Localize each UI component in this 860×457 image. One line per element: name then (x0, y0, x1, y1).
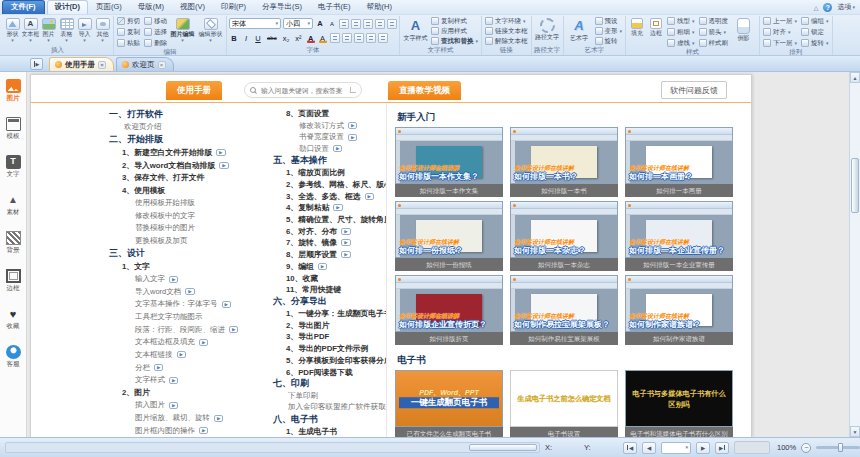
document-tab[interactable]: 欢迎页 × (116, 57, 174, 71)
ribbon-tab[interactable]: 帮助(H) (359, 0, 400, 14)
toc-entry[interactable]: 一、打开软件 (109, 108, 273, 121)
ribbon-button[interactable]: 移动 (143, 16, 168, 26)
line-spacing-icon[interactable] (342, 33, 352, 43)
zoom-out-button[interactable]: − (801, 443, 811, 453)
toc-entry[interactable]: 4、导出的PDF文件示例 (273, 343, 387, 355)
video-card[interactable]: 金印客设计师在线讲解 如何排版一本书？ 如何排版一本书 (510, 127, 618, 197)
scrollbar-track[interactable] (850, 83, 860, 426)
ribbon-tab[interactable]: 设计(D) (47, 0, 88, 14)
toc-entry[interactable]: 7、旋转、镜像 ▶ (273, 237, 387, 249)
toc-entry[interactable]: 2、导入word文档自动排版 ▶ (109, 159, 273, 172)
ribbon-button[interactable]: 粘贴 (116, 38, 141, 48)
ribbon-tab[interactable]: 电子书(E) (310, 0, 359, 14)
zoom-slider-thumb[interactable] (838, 443, 843, 452)
ribbon-button[interactable]: 解除文本框 (484, 36, 529, 46)
underline-button[interactable]: U (253, 33, 263, 44)
toc-entry[interactable]: 1、一键分享：生成翻页电子书 (273, 308, 387, 320)
ribbon-button[interactable]: 锁定 (800, 27, 830, 37)
toc-entry[interactable]: 七、印刷 (273, 378, 387, 390)
next-page-button[interactable]: ▶ (696, 442, 710, 454)
feedback-button[interactable]: 软件问题反馈 (661, 81, 727, 99)
border-button[interactable]: 边框 (647, 16, 665, 48)
ribbon-button[interactable]: 上一层 ▾ (762, 16, 798, 26)
ribbon-tab[interactable]: 分享导出(S) (254, 0, 310, 14)
ribbon-button[interactable]: 旋转 (594, 36, 624, 46)
zoom-slider[interactable] (816, 446, 860, 449)
ribbon-button[interactable]: 虚线 ▾ (666, 38, 696, 48)
sidebar-item[interactable]: 图片 (6, 79, 21, 101)
toc-entry[interactable]: 文字基本操作：字体字号 ▶ (109, 298, 273, 311)
close-icon[interactable]: × (98, 61, 106, 69)
toc-entry[interactable]: 五、基本操作 (273, 155, 387, 167)
sidebar-item[interactable]: 文字 (6, 155, 21, 177)
video-card[interactable]: 金印客设计师在线讲解 如何排版一本企业宣传册？ 如何排版一本企业宣传册 (625, 201, 733, 271)
shrink-font-button[interactable]: A (327, 18, 337, 29)
toc-entry[interactable]: 二、开始排版 (109, 134, 273, 147)
previous-page-button[interactable]: ◀ (642, 442, 656, 454)
toc-entry[interactable]: 替换模板中的图片 (109, 222, 273, 235)
toc-entry[interactable]: 欢迎页介绍 (109, 121, 273, 134)
ribbon-button[interactable]: 复制 (116, 27, 141, 37)
close-icon[interactable]: × (158, 61, 166, 69)
ribbon-button[interactable]: 粗细 ▾ (666, 27, 696, 37)
ribbon-tab[interactable]: 印刷(P) (213, 0, 254, 14)
text-style-button[interactable]: 文字样式 (402, 16, 429, 46)
last-page-button[interactable]: ▶ (715, 442, 729, 454)
toc-entry[interactable]: 4、复制粘贴 ▶ (273, 202, 387, 214)
video-card[interactable]: 生成电子书之前怎么确定文档 电子书设置 (510, 370, 618, 437)
video-card[interactable]: 金印客设计师在线讲解 如何排版一本杂志？ 如何排版一本杂志 (510, 201, 618, 271)
toc-entry[interactable]: 2、导出图片 (273, 319, 387, 331)
reflection-button[interactable]: 倒影 (730, 16, 757, 48)
video-card[interactable]: 金印客设计师在线讲解 如何制作易拉宝展架展板？ 如何制作易拉宝展架展板 (510, 275, 618, 345)
sidebar-item[interactable]: 收藏 (6, 307, 21, 329)
video-card[interactable]: 金印客设计师在线讲解 如何排一份报纸？ 如何排一份报纸 (395, 201, 503, 271)
ribbon-button[interactable]: 表格 ▾ (58, 16, 75, 46)
ribbon-button[interactable]: 其他 ▾ (94, 16, 111, 46)
help-icon[interactable]: ? (823, 3, 832, 12)
font-color-button[interactable]: A (306, 33, 316, 44)
ribbon-button[interactable]: 文本框 ▾ (22, 16, 39, 46)
ribbon-button[interactable]: 删除 (143, 38, 168, 48)
ribbon-tab[interactable]: 视图(V) (172, 0, 213, 14)
ribbon-button[interactable]: 变形 ▾ (594, 26, 624, 36)
page-number-combo[interactable]: ▾ (661, 442, 691, 454)
ribbon-tab[interactable]: 页面(G) (88, 0, 130, 14)
video-card[interactable]: 金印客设计师在线讲解 如何排一本画册？ 如何排一本画册 (625, 127, 733, 197)
toc-entry[interactable]: 8、层顺序设置 ▶ (273, 249, 387, 261)
toc-entry[interactable]: 11、常用快捷键 (273, 284, 387, 296)
toc-entry[interactable]: 4、使用模板 (109, 184, 273, 197)
ribbon-button[interactable]: 预设 (594, 16, 624, 26)
video-card[interactable]: PDF、Word、PPT 一键生成翻页电子书 已有文件怎么生成翻页电子书 (395, 370, 503, 437)
sidebar-item[interactable]: 背景 (6, 231, 21, 253)
video-card[interactable]: 金印客设计师在线讲解 如何排版一本作文集？ 如何排版一本作文集 (395, 127, 503, 197)
ribbon-button[interactable]: 图片编辑 ▾ (169, 16, 196, 48)
document-tab[interactable]: 使用手册 × (49, 57, 114, 71)
first-page-button[interactable]: ◀ (623, 442, 637, 454)
ribbon-button[interactable]: 下一层 ▾ (762, 38, 798, 48)
strikethrough-button[interactable]: abc (265, 33, 279, 44)
align-distribute-icon[interactable] (387, 19, 397, 29)
ribbon-button[interactable]: 线型 ▾ (666, 16, 696, 26)
toc-entry[interactable]: 勒口设置 ▶ (273, 143, 387, 155)
toc-entry[interactable]: 3、全选、多选、框选 ▶ (273, 190, 387, 202)
toc-entry[interactable]: 1、新建空白文件开始排版 ▶ (109, 146, 273, 159)
path-text-button[interactable]: 路径文字 (534, 16, 561, 46)
ribbon-button[interactable]: 样式刷 (698, 38, 730, 48)
options-button[interactable]: 选项▾ (837, 2, 855, 12)
grow-font-button[interactable]: A (315, 18, 325, 29)
toc-entry[interactable]: 插入图片 ▶ (109, 399, 273, 412)
ribbon-button[interactable]: 选择 (143, 27, 168, 37)
ribbon-button[interactable]: 对齐 ▾ (762, 27, 798, 37)
character-spacing-icon[interactable] (330, 33, 340, 43)
toc-entry[interactable]: 6、对齐、分布 ▶ (273, 225, 387, 237)
toc-entry[interactable]: 3、导出PDF (273, 331, 387, 343)
sidebar-item[interactable]: 模板 (6, 117, 21, 139)
toc-entry[interactable]: 三、设计 (109, 247, 273, 260)
toc-entry[interactable]: 文字样式 ▶ (109, 374, 273, 387)
superscript-button[interactable]: x² (293, 33, 303, 44)
ribbon-button[interactable]: 应用样式 (430, 26, 479, 36)
ribbon-button[interactable]: 透明度 (698, 16, 730, 26)
manual-tab-button[interactable]: 使用手册 (166, 81, 222, 100)
toc-entry[interactable]: 图片缩放、裁切、旋转 ▶ (109, 412, 273, 425)
ribbon-button[interactable]: 箭头 ▾ (698, 27, 730, 37)
